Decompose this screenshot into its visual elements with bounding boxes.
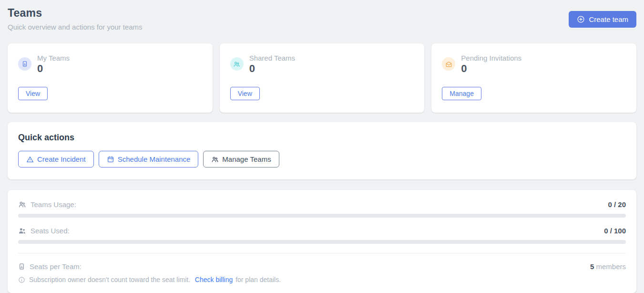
info-circle-icon bbox=[18, 276, 25, 283]
seats-used-progressbar bbox=[18, 240, 626, 244]
stat-value: 0 bbox=[37, 63, 70, 74]
stat-head: Shared Teams 0 bbox=[230, 54, 414, 74]
people-outline-icon bbox=[18, 200, 26, 209]
my-teams-card: My Teams 0 View bbox=[8, 43, 213, 113]
stat-text: Pending Invitations 0 bbox=[461, 54, 521, 74]
shared-teams-card: Shared Teams 0 View bbox=[220, 43, 425, 113]
calendar-icon bbox=[107, 156, 114, 163]
schedule-maintenance-label: Schedule Maintenance bbox=[118, 155, 191, 163]
seats-per-team-value: 5 members bbox=[590, 262, 626, 271]
seats-per-team-row: Seats per Team: 5 members bbox=[18, 262, 626, 271]
note-text: Subscription owner doesn't count toward … bbox=[29, 276, 281, 283]
stat-value: 0 bbox=[461, 63, 521, 74]
open-envelope-icon bbox=[442, 57, 455, 71]
page-header: Teams Quick overview and actions for you… bbox=[8, 7, 636, 31]
warning-triangle-icon bbox=[26, 156, 34, 163]
quick-actions-title: Quick actions bbox=[18, 133, 626, 143]
teams-page: Teams Quick overview and actions for you… bbox=[0, 0, 644, 293]
stat-label: Shared Teams bbox=[249, 54, 295, 62]
stat-text: Shared Teams 0 bbox=[249, 54, 295, 74]
contact-badge-icon bbox=[18, 263, 25, 270]
quick-actions-panel: Quick actions Create Incident bbox=[8, 122, 636, 179]
stat-label: Pending Invitations bbox=[461, 54, 521, 62]
note-text-before: Subscription owner doesn't count toward … bbox=[29, 276, 190, 283]
people-icon bbox=[211, 156, 219, 163]
manage-teams-button[interactable]: Manage Teams bbox=[203, 151, 279, 167]
seats-used-label: Seats Used: bbox=[31, 227, 70, 235]
seats-used-row: Seats Used: 0 / 100 bbox=[18, 227, 626, 235]
seats-used-left: Seats Used: bbox=[18, 227, 70, 235]
plus-circle-icon bbox=[577, 15, 585, 23]
check-billing-link[interactable]: Check billing bbox=[195, 276, 233, 283]
people-filled-icon bbox=[18, 227, 26, 235]
teams-usage-row: Teams Usage: 0 / 20 bbox=[18, 200, 626, 209]
teams-usage-label: Teams Usage: bbox=[31, 200, 76, 209]
contact-badge-icon bbox=[18, 57, 31, 71]
create-team-button[interactable]: Create team bbox=[569, 11, 636, 28]
my-teams-view-button[interactable]: View bbox=[18, 87, 48, 100]
teams-usage-left: Teams Usage: bbox=[18, 200, 76, 209]
usage-panel: Teams Usage: 0 / 20 Seats Used: 0 / 100 bbox=[8, 190, 636, 293]
teams-usage-progressbar bbox=[18, 214, 626, 218]
page-subtitle: Quick overview and actions for your team… bbox=[8, 23, 143, 31]
stat-head: My Teams 0 bbox=[18, 54, 202, 74]
quick-actions-buttons: Create Incident Schedule Maintenance bbox=[18, 151, 626, 167]
usage-divider bbox=[18, 253, 626, 253]
seats-per-team-left: Seats per Team: bbox=[18, 262, 82, 271]
create-incident-label: Create Incident bbox=[37, 155, 86, 163]
stat-text: My Teams 0 bbox=[37, 54, 70, 74]
create-team-label: Create team bbox=[589, 15, 628, 23]
stat-head: Pending Invitations 0 bbox=[442, 54, 626, 74]
teams-usage-value: 0 / 20 bbox=[608, 200, 626, 209]
manage-teams-label: Manage Teams bbox=[222, 155, 271, 163]
stat-cards-row: My Teams 0 View Shared Teams bbox=[8, 43, 636, 113]
create-incident-button[interactable]: Create Incident bbox=[18, 151, 94, 167]
pending-invitations-card: Pending Invitations 0 Manage bbox=[431, 43, 636, 113]
stat-value: 0 bbox=[249, 63, 295, 74]
note-text-after: for plan details. bbox=[235, 276, 281, 283]
people-icon bbox=[230, 57, 244, 71]
seats-per-team-suffix: members bbox=[596, 262, 626, 271]
schedule-maintenance-button[interactable]: Schedule Maintenance bbox=[99, 151, 199, 167]
page-title: Teams bbox=[8, 7, 143, 20]
pending-invitations-manage-button[interactable]: Manage bbox=[442, 87, 481, 100]
seats-per-team-number: 5 bbox=[590, 262, 594, 271]
seats-used-value: 0 / 100 bbox=[604, 227, 626, 235]
shared-teams-view-button[interactable]: View bbox=[230, 87, 260, 100]
stat-label: My Teams bbox=[37, 54, 70, 62]
seat-limit-note: Subscription owner doesn't count toward … bbox=[18, 276, 626, 283]
seats-per-team-label: Seats per Team: bbox=[30, 262, 82, 271]
page-header-text: Teams Quick overview and actions for you… bbox=[8, 7, 143, 31]
